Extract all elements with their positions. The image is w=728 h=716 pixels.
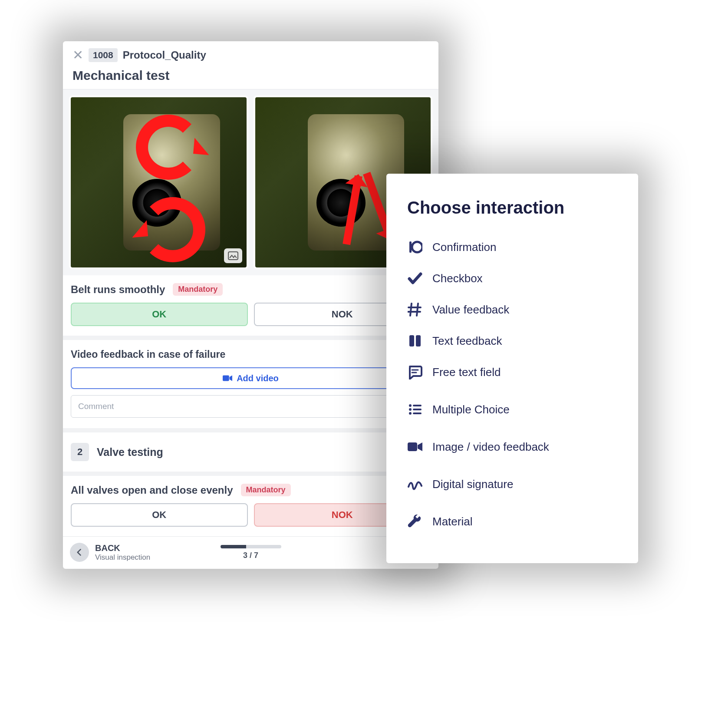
- svg-rect-9: [413, 405, 422, 406]
- back-title: BACK: [95, 543, 150, 553]
- interaction-material[interactable]: Material: [407, 506, 617, 537]
- interaction-text-feedback[interactable]: Text feedback: [407, 325, 617, 356]
- interaction-label: Text feedback: [432, 334, 502, 348]
- interaction-free-text[interactable]: Free text field: [407, 356, 617, 388]
- instruction-image-1[interactable]: [69, 96, 248, 269]
- video-camera-icon: [223, 375, 232, 382]
- svg-rect-1: [223, 376, 229, 381]
- svg-point-7: [409, 408, 412, 411]
- interaction-image-video[interactable]: Image / video feedback: [407, 431, 617, 462]
- interaction-label: Value feedback: [432, 303, 509, 317]
- add-video-label: Add video: [237, 373, 279, 383]
- chevron-left-icon: [75, 548, 84, 557]
- confirmation-icon: [407, 239, 423, 255]
- expand-image-icon[interactable]: [224, 248, 242, 263]
- svg-point-8: [409, 412, 412, 415]
- interaction-value-feedback[interactable]: Value feedback: [407, 294, 617, 325]
- back-button[interactable]: [70, 543, 89, 562]
- svg-point-3: [412, 242, 422, 252]
- interaction-label: Multiple Choice: [432, 403, 510, 416]
- interaction-label: Checkbox: [432, 272, 483, 285]
- signature-icon: [407, 476, 423, 492]
- interaction-label: Digital signature: [432, 478, 513, 491]
- comment-input[interactable]: [71, 395, 431, 418]
- choose-interaction-title: Choose interaction: [407, 198, 617, 218]
- ok-button[interactable]: OK: [71, 303, 248, 326]
- progress-track: [221, 545, 281, 548]
- mandatory-badge: Mandatory: [173, 283, 223, 296]
- nok-button-label: NOK: [332, 309, 353, 320]
- interaction-digital-signature[interactable]: Digital signature: [407, 469, 617, 500]
- nok-button-label: NOK: [332, 509, 353, 521]
- columns-icon: [407, 333, 423, 349]
- progress-indicator: 3 / 7: [221, 545, 281, 560]
- step-valve-testing[interactable]: 2 Valve testing: [63, 432, 438, 476]
- progress-label: 3 / 7: [243, 551, 258, 560]
- svg-point-6: [409, 404, 412, 407]
- footer-nav: BACK Visual inspection 3 / 7 Electrical …: [63, 536, 438, 569]
- doc-id-chip: 1008: [89, 48, 118, 62]
- interaction-checkbox[interactable]: Checkbox: [407, 263, 617, 294]
- hash-icon: [407, 302, 423, 317]
- back-subtitle: Visual inspection: [95, 553, 150, 562]
- step-all-valves: All valves open and close evenly Mandato…: [63, 476, 438, 536]
- rotate-arrow-icon: [140, 197, 205, 262]
- list-icon: [407, 402, 423, 417]
- ok-button-label: OK: [152, 509, 166, 521]
- instruction-images-row: [63, 89, 438, 275]
- app-header: ✕ 1008 Protocol_Quality: [63, 41, 438, 66]
- choose-interaction-card: Choose interaction Confirmation Checkbox…: [386, 174, 638, 563]
- interaction-confirmation[interactable]: Confirmation: [407, 231, 617, 263]
- step-label: Belt runs smoothly: [71, 284, 165, 296]
- ok-button[interactable]: OK: [71, 503, 248, 527]
- video-feedback-block: Video feedback in case of failure Add vi…: [63, 340, 438, 432]
- svg-rect-10: [413, 409, 422, 410]
- check-icon: [407, 271, 423, 286]
- interaction-label: Image / video feedback: [432, 440, 549, 454]
- doc-title: Protocol_Quality: [123, 49, 206, 61]
- interaction-label: Material: [432, 515, 472, 528]
- video-feedback-title: Video feedback in case of failure: [71, 349, 431, 360]
- interaction-label: Confirmation: [432, 241, 496, 254]
- svg-rect-12: [408, 442, 417, 451]
- ok-button-label: OK: [152, 309, 166, 320]
- step-label: Valve testing: [97, 446, 163, 459]
- protocol-app-panel: ✕ 1008 Protocol_Quality Mechanical test …: [63, 41, 438, 569]
- add-video-button[interactable]: Add video: [71, 367, 431, 389]
- svg-rect-5: [416, 335, 421, 346]
- back-text: BACK Visual inspection: [95, 543, 150, 562]
- mandatory-badge: Mandatory: [241, 484, 291, 496]
- rotate-arrow-icon: [136, 115, 201, 180]
- section-title: Mechanical test: [63, 66, 438, 89]
- step-number-chip: 2: [71, 443, 89, 461]
- step-belt-runs-smoothly: Belt runs smoothly Mandatory OK NOK: [63, 275, 438, 340]
- wrench-icon: [407, 514, 423, 529]
- progress-fill: [221, 545, 247, 548]
- close-icon[interactable]: ✕: [72, 49, 83, 62]
- step-label: All valves open and close evenly: [71, 484, 233, 496]
- interaction-multiple-choice[interactable]: Multiple Choice: [407, 394, 617, 425]
- video-camera-icon: [407, 439, 423, 455]
- svg-rect-4: [409, 335, 414, 346]
- interaction-label: Free text field: [432, 366, 501, 379]
- svg-rect-11: [413, 412, 422, 414]
- svg-rect-0: [228, 252, 238, 260]
- message-icon: [407, 364, 423, 380]
